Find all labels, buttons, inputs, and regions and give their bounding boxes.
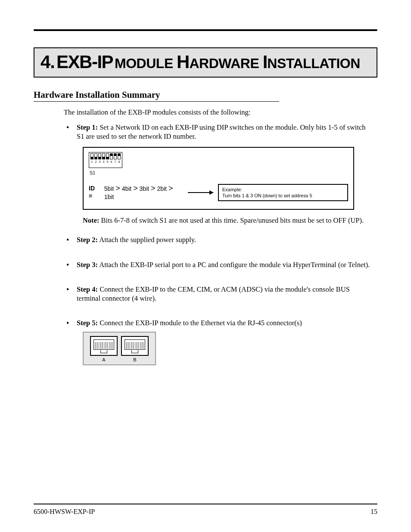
chapter-title-box: 4. EXB-IP MODULE HARDWARE INSTALLATION (34, 47, 377, 78)
note-label: Note: (83, 216, 99, 224)
footer-doc-id: 6500-HWSW-EXP-IP (34, 508, 95, 516)
dip-bit-3 (98, 153, 101, 159)
dip-num: 3 (98, 160, 101, 163)
step-title: Step 3: (77, 261, 98, 269)
dip-num: 2 (94, 160, 97, 163)
id-formula-row: ID = 5bit > 4bit > 3bit > 2bit > 1bit Ex… (89, 184, 348, 201)
step-body: Attach the supplied power supply. (98, 236, 196, 244)
footer-page-number: 15 (371, 508, 377, 516)
dip-num: 6 (110, 160, 113, 163)
step-title: Step 4: (77, 285, 98, 293)
rule-top (34, 29, 377, 31)
step-body: Connect the EXB-IP module to the Etherne… (98, 319, 302, 327)
dip-bit-7 (114, 153, 117, 159)
dip-bit-4 (102, 153, 105, 159)
step-1: Step 1: Set a Network ID on each EXB-IP … (64, 123, 373, 225)
dip-bit-2 (94, 153, 97, 159)
id-formula: 5bit > 4bit > 3bit > 2bit > 1bit (104, 184, 184, 201)
step-3: Step 3: Attach the EXB-IP serial port to… (64, 260, 373, 269)
dip-num: 4 (102, 160, 105, 163)
title-word-3: ARDWARE (189, 56, 262, 71)
page-footer: 6500-HWSW-EXP-IP 15 (34, 508, 377, 516)
dip-bit-6 (110, 153, 113, 159)
step-list: Step 1: Set a Network ID on each EXB-IP … (64, 123, 373, 365)
rj45-port-b (121, 336, 149, 356)
dip-num: 8 (118, 160, 121, 163)
note-body: Bits 6-7-8 of switch S1 are not used at … (99, 216, 364, 224)
step-2: Step 2: Attach the supplied power supply… (64, 235, 373, 244)
dip-num: 1 (90, 160, 93, 163)
step-5: Step 5: Connect the EXB-IP module to the… (64, 318, 373, 365)
content-block: The installation of the EXB-IP modules c… (64, 108, 373, 365)
dip-num: 5 (106, 160, 109, 163)
title-cap-i: I (263, 52, 268, 72)
arrow-icon (188, 190, 214, 196)
rj-label-a: A (90, 357, 118, 363)
dip-caption: S1 (90, 170, 122, 176)
title-word-4: NSTALLATION (267, 56, 360, 71)
dip-switch-icon: 1 2 3 4 5 6 7 8 (89, 152, 122, 168)
dip-bit-1 (90, 153, 93, 159)
step-title: Step 5: (77, 319, 98, 327)
dip-bit-5 (106, 153, 109, 159)
dip-bit-8 (118, 153, 121, 159)
note: Note: Bits 6-7-8 of switch S1 are not us… (83, 216, 373, 225)
dip-num: 7 (114, 160, 117, 163)
id-label: ID = (89, 185, 100, 200)
rj45-panel-icon: A B (83, 332, 156, 365)
svg-marker-1 (209, 190, 214, 195)
title-cap-h: H (177, 52, 189, 72)
title-number: 4. (40, 52, 55, 72)
page: 4. EXB-IP MODULE HARDWARE INSTALLATION H… (0, 0, 411, 532)
rule-bottom (34, 504, 377, 504)
title-word-1: EXB-IP (56, 52, 113, 72)
example-line-1: Example: (222, 187, 344, 193)
step-body: Attach the EXB-IP serial port to a PC an… (98, 261, 370, 269)
step-4: Step 4: Connect the EXB-IP to the CEM, C… (64, 285, 373, 303)
step-title: Step 2: (77, 236, 98, 244)
rj45-port-a (90, 336, 118, 356)
rj-label-b: B (121, 357, 149, 363)
dip-diagram: 1 2 3 4 5 6 7 8 S1 (83, 147, 354, 210)
title-word-2: MODULE (115, 56, 177, 71)
example-box: Example: Turn bits 1 & 3 ON (down) to se… (218, 184, 348, 202)
section-underline: Hardware Installation Summary (34, 90, 279, 102)
lead-paragraph: The installation of the EXB-IP modules c… (64, 108, 373, 117)
step-body: Set a Network ID on each EXB-IP using DI… (77, 123, 366, 140)
section-heading: Hardware Installation Summary (34, 90, 279, 100)
step-title: Step 1: (77, 123, 98, 131)
example-line-2: Turn bits 1 & 3 ON (down) to set address… (222, 193, 344, 199)
step-body: Connect the EXB-IP to the CEM, CIM, or A… (77, 285, 350, 302)
